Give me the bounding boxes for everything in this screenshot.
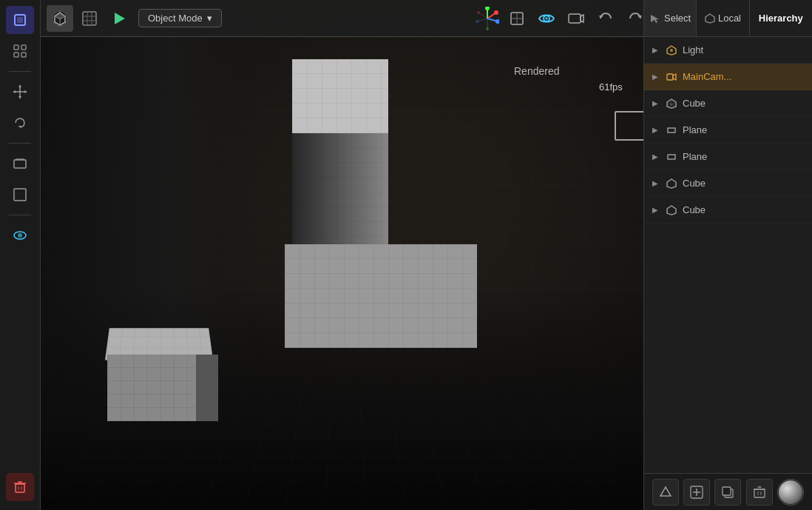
svg-rect-70 — [668, 155, 675, 159]
duplicate-button[interactable] — [714, 479, 741, 506]
undo-button[interactable] — [592, 5, 619, 32]
svg-rect-2 — [14, 45, 18, 50]
hierarchy-item-maincam[interactable]: ▶ MainCam... — [644, 64, 812, 90]
svg-point-17 — [18, 233, 22, 238]
hierarchy-item-light[interactable]: ▶ Light — [644, 37, 812, 64]
svg-marker-64 — [673, 74, 676, 80]
svg-rect-78 — [723, 487, 731, 495]
edit-mode-icon[interactable] — [6, 37, 34, 65]
camera-item-icon — [665, 70, 678, 84]
svg-rect-52 — [569, 14, 581, 23]
svg-point-51 — [545, 17, 548, 20]
svg-rect-69 — [668, 128, 675, 132]
hierarchy-item-plane1[interactable]: ▶ Plane — [644, 117, 812, 144]
expand-arrow-maincam: ▶ — [650, 72, 660, 82]
plane1-item-icon — [665, 124, 678, 137]
expand-arrow-light: ▶ — [650, 45, 660, 56]
hierarchy-item-cube2[interactable]: ▶ Cube — [644, 170, 812, 197]
layers-icon[interactable] — [6, 150, 34, 178]
svg-rect-4 — [14, 53, 18, 57]
expand-arrow-plane1: ▶ — [650, 125, 660, 135]
expand-arrow-plane2: ▶ — [650, 152, 660, 162]
add-object-button[interactable] — [683, 479, 710, 506]
mode-dropdown-arrow: ▾ — [207, 13, 212, 24]
delete-button[interactable] — [6, 473, 34, 501]
plane2-item-icon — [665, 150, 678, 164]
svg-rect-15 — [14, 189, 26, 201]
svg-point-46 — [476, 20, 478, 23]
svg-rect-13 — [14, 160, 26, 168]
play-icon[interactable] — [106, 5, 132, 32]
add-shape-button[interactable] — [652, 479, 679, 506]
svg-point-41 — [494, 10, 498, 15]
svg-marker-34 — [115, 13, 125, 24]
hierarchy-button[interactable]: Hierarchy — [750, 0, 812, 36]
hierarchy-item-plane2[interactable]: ▶ Plane — [644, 144, 812, 170]
cube1-item-icon — [665, 97, 678, 110]
object-mode-button[interactable]: Object Mode ▾ — [138, 9, 222, 27]
top-toolbar: Object Mode ▾ — [41, 0, 643, 37]
svg-marker-11 — [24, 90, 27, 93]
svg-point-45 — [486, 27, 489, 30]
svg-point-42 — [485, 7, 490, 10]
svg-marker-53 — [581, 15, 583, 22]
svg-rect-29 — [83, 12, 96, 25]
panel-header: Select Local Hierarchy — [644, 0, 812, 37]
cube2-item-label: Cube — [683, 178, 706, 189]
viewport[interactable]: ✓ Rendered 61fps — [41, 0, 643, 510]
plane2-item-label: Plane — [683, 151, 707, 162]
right-panel: Select Local Hierarchy ▶ Light — [643, 0, 812, 510]
left-toolbar — [0, 0, 41, 510]
floor-cube — [92, 325, 218, 421]
plane1-item-label: Plane — [683, 124, 707, 135]
selection-box — [615, 111, 643, 141]
eye-visibility-icon[interactable] — [6, 221, 34, 249]
svg-rect-5 — [21, 53, 26, 57]
svg-marker-9 — [18, 96, 21, 99]
layer-single-icon[interactable] — [6, 181, 34, 209]
mesh-view-icon[interactable] — [504, 5, 530, 32]
redo-button[interactable] — [622, 5, 643, 32]
svg-point-43 — [495, 19, 499, 24]
svg-rect-18 — [16, 484, 24, 492]
hierarchy-item-cube3[interactable]: ▶ Cube — [644, 197, 812, 224]
object-mode-icon[interactable] — [6, 6, 34, 34]
svg-line-36 — [478, 13, 487, 19]
svg-marker-73 — [660, 487, 671, 496]
fps-counter: 61fps — [599, 81, 623, 93]
axis-gizmo[interactable] — [474, 5, 501, 32]
divider-2 — [9, 143, 31, 144]
svg-point-62 — [670, 49, 673, 52]
move-tool[interactable] — [6, 78, 34, 106]
surface-icon[interactable] — [76, 5, 103, 32]
rendered-view-icon[interactable] — [533, 5, 560, 32]
hierarchy-item-cube1[interactable]: ▶ Cube — [644, 90, 812, 117]
light-item-icon — [665, 44, 678, 57]
light-item-label: Light — [683, 44, 703, 56]
svg-rect-79 — [754, 489, 765, 497]
chair-seat — [285, 244, 477, 348]
svg-point-44 — [477, 11, 480, 14]
svg-marker-71 — [667, 179, 676, 188]
material-sphere — [779, 480, 802, 504]
select-label: Select — [664, 13, 691, 24]
hierarchy-label: Hierarchy — [759, 13, 803, 24]
cube3-item-icon — [665, 204, 678, 217]
expand-arrow-cube2: ▶ — [650, 178, 660, 189]
material-preview-button[interactable] — [777, 479, 804, 506]
expand-arrow-cube3: ▶ — [650, 205, 660, 215]
camera-icon[interactable] — [563, 5, 589, 32]
svg-marker-59 — [651, 15, 659, 23]
svg-marker-10 — [13, 90, 16, 93]
mode-label: Object Mode — [148, 13, 203, 24]
hierarchy-list: ▶ Light ▶ MainCam... ▶ — [644, 37, 812, 224]
select-button[interactable]: Select — [644, 0, 697, 36]
maincam-item-label: MainCam... — [683, 71, 731, 82]
panel-bottom-toolbar — [644, 473, 812, 510]
local-button[interactable]: Local — [697, 0, 749, 36]
svg-rect-63 — [667, 74, 673, 80]
rotate-tool[interactable] — [6, 109, 34, 137]
delete-scene-button[interactable] — [746, 479, 773, 506]
blender-icon[interactable] — [47, 5, 73, 32]
svg-rect-14 — [16, 158, 24, 160]
